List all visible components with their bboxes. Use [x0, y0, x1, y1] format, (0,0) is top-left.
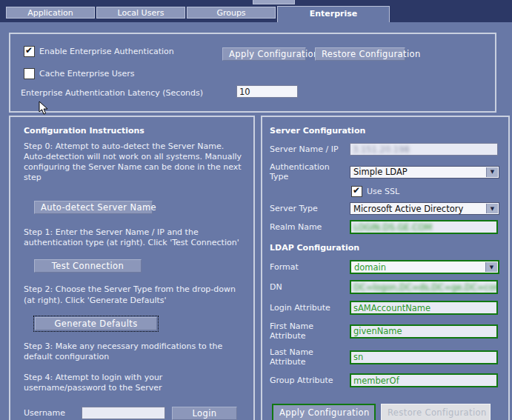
auth-type-row: Authentication Type Simple LDAP — [270, 162, 499, 181]
server-config-title: Server Configuration — [270, 126, 499, 136]
test-connection-button[interactable]: Test Connection — [34, 259, 142, 273]
group-attribute-input[interactable]: memberOf — [350, 373, 498, 387]
enterprise-auth-panel: Enable Enterprise Authentication Cache E… — [9, 33, 496, 113]
ldap-config-title: LDAP Configuration — [270, 243, 499, 253]
step-0-text: Step 0: Attempt to auto-detect the Serve… — [24, 141, 243, 183]
tab-enterprise[interactable]: Enterprise — [277, 6, 390, 22]
chevron-down-icon[interactable] — [486, 204, 498, 213]
group-attribute-row: Group Attribute memberOf — [270, 373, 499, 387]
server-type-row: Server Type Microsoft Active Directory — [270, 202, 499, 215]
login-button[interactable]: Login — [172, 407, 237, 420]
last-name-attribute-label: Last Name Attribute — [270, 347, 350, 367]
dn-row: DN DC=logon,DC=ds,DC=ge,DC=com — [270, 280, 499, 294]
partial-top-button[interactable] — [253, 0, 295, 4]
configuration-instructions-panel: Configuration Instructions Step 0: Attem… — [9, 116, 255, 420]
login-attribute-label: Login Attribute — [270, 303, 350, 313]
format-select[interactable]: domain — [350, 260, 499, 274]
instructions-title: Configuration Instructions — [24, 126, 243, 136]
realm-name-label: Realm Name — [270, 222, 350, 232]
format-row: Format domain — [270, 260, 499, 274]
first-name-attribute-input[interactable]: givenName — [350, 324, 498, 339]
cache-users-checkbox[interactable] — [24, 68, 35, 79]
enable-auth-label: Enable Enterprise Authentication — [39, 47, 174, 56]
auth-type-select[interactable]: Simple LDAP — [350, 166, 499, 179]
step-2-text: Step 2: Choose the Server Type from the … — [24, 284, 243, 305]
login-attribute-input[interactable]: sAMAccountName — [350, 301, 498, 315]
apply-configuration-button-top[interactable]: Apply Configuration — [222, 47, 306, 61]
server-type-select[interactable]: Microsoft Active Directory — [350, 202, 499, 215]
first-name-attribute-label: First Name Attribute — [270, 321, 350, 341]
server-type-label: Server Type — [270, 204, 350, 213]
login-attribute-row: Login Attribute sAMAccountName — [270, 301, 499, 315]
format-value: domain — [354, 262, 386, 273]
last-name-attribute-value: sn — [353, 352, 363, 362]
realm-name-row: Realm Name LOGIN.DS.GE.COM — [270, 220, 499, 234]
enable-auth-row: Enable Enterprise Authentication — [24, 46, 174, 57]
server-configuration-panel: Server Configuration Server Name / IP 3.… — [261, 116, 510, 420]
latency-value: 10 — [239, 87, 250, 97]
auto-detect-server-name-button[interactable]: Auto-detect Server Name — [34, 201, 153, 214]
chevron-down-icon[interactable] — [486, 167, 498, 177]
tab-groups[interactable]: Groups — [187, 7, 276, 19]
restore-configuration-button-bottom[interactable]: Restore Configuration — [381, 404, 491, 420]
use-ssl-label: Use SSL — [367, 187, 399, 196]
restore-configuration-button-top[interactable]: Restore Configuration — [315, 47, 405, 61]
username-row: Username Login — [24, 407, 243, 420]
cache-users-label: Cache Enterprise Users — [39, 69, 135, 79]
auth-type-value: Simple LDAP — [353, 167, 408, 177]
auth-type-label: Authentication Type — [270, 162, 350, 181]
tab-application[interactable]: Application — [6, 7, 95, 19]
header-band: Application Local Users Groups Enterpris… — [0, 0, 512, 22]
server-name-value: 3.151.20.198 — [353, 144, 410, 155]
step-4-text: Step 4: Attempt to login with your usern… — [24, 373, 243, 393]
generate-defaults-button[interactable]: Generate Defaults — [35, 317, 157, 330]
group-attribute-value: memberOf — [353, 376, 399, 386]
step-3-text: Step 3: Make any necessary modifications… — [24, 341, 243, 362]
latency-input[interactable]: 10 — [236, 85, 298, 98]
dn-label: DN — [270, 282, 350, 292]
server-type-value: Microsoft Active Directory — [353, 204, 463, 214]
apply-configuration-button-bottom[interactable]: Apply Configuration — [272, 404, 376, 420]
login-attribute-value: sAMAccountName — [353, 303, 430, 313]
realm-name-value: LOGIN.DS.GE.COM — [353, 222, 432, 233]
username-label: Username — [24, 408, 82, 418]
dn-input[interactable]: DC=logon,DC=ds,DC=ge,DC=com — [350, 280, 498, 294]
dn-value: DC=logon,DC=ds,DC=ge,DC=com — [353, 282, 498, 293]
use-ssl-checkbox[interactable] — [351, 186, 362, 197]
first-name-attribute-value: givenName — [353, 326, 402, 336]
server-config-buttons-row: Apply Configuration Restore Configuratio… — [272, 404, 499, 420]
last-name-attribute-input[interactable]: sn — [350, 350, 498, 364]
tab-local-users[interactable]: Local Users — [96, 7, 185, 19]
step-1-text: Step 1: Enter the Server Name / IP and t… — [24, 227, 243, 248]
chevron-down-icon[interactable] — [485, 262, 497, 272]
first-name-attribute-row: First Name Attribute givenName — [270, 321, 499, 341]
group-attribute-label: Group Attribute — [270, 376, 350, 385]
last-name-attribute-row: Last Name Attribute sn — [270, 347, 499, 367]
cache-users-row: Cache Enterprise Users — [24, 68, 135, 79]
enable-auth-checkbox[interactable] — [24, 46, 35, 57]
username-input[interactable] — [82, 407, 165, 419]
server-name-label: Server Name / IP — [270, 144, 350, 154]
use-ssl-row: Use SSL — [351, 186, 499, 197]
server-name-row: Server Name / IP 3.151.20.198 — [270, 143, 499, 156]
server-name-input[interactable]: 3.151.20.198 — [350, 143, 498, 156]
realm-name-input[interactable]: LOGIN.DS.GE.COM — [350, 220, 498, 234]
latency-label: Enterprise Authentication Latency (Secon… — [21, 88, 203, 98]
format-label: Format — [270, 262, 350, 272]
